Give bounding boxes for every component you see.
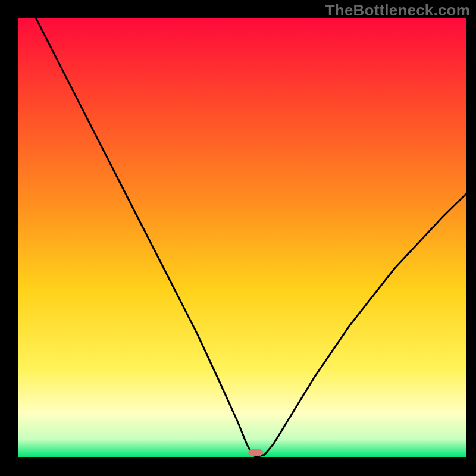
optimum-marker <box>249 450 263 456</box>
bottleneck-chart <box>0 0 476 476</box>
watermark-text: TheBottleneck.com <box>325 1 470 20</box>
chart-frame: TheBottleneck.com <box>0 0 476 476</box>
plot-background <box>18 18 466 457</box>
